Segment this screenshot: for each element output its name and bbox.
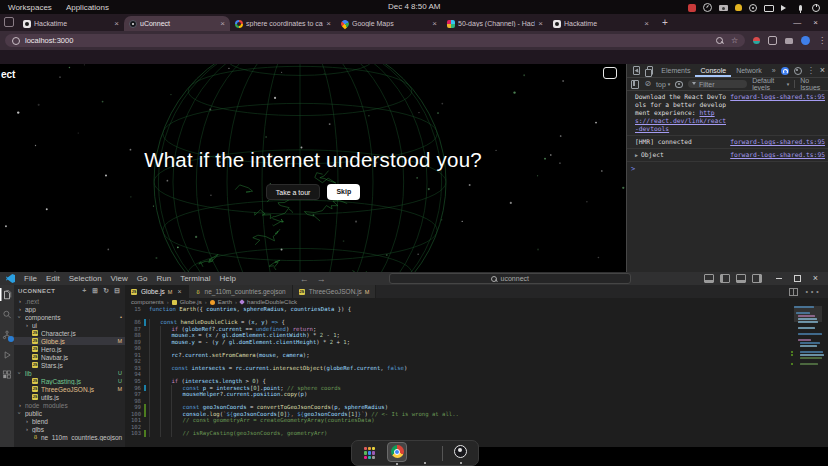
explorer-item-character-js[interactable]: JSCharacter.js [14,329,125,337]
editor-tab-ne-110m-countries-geojson[interactable]: {}ne_110m_countries.geojson [189,285,293,298]
browser-tab-sphere-coordinates-to-carte[interactable]: sphere coordinates to carte× [230,16,336,31]
devtools-update-icon[interactable] [781,67,789,75]
explorer-item-navbar-js[interactable]: JSNavbar.js [14,353,125,361]
source-control-icon[interactable] [0,328,14,341]
code-editor[interactable]: 15function Earth({ countries, sphereRadi… [125,306,794,447]
explorer-item-hero-js[interactable]: JSHero.js [14,345,125,353]
menu-selection[interactable]: Selection [65,274,106,283]
browser-app-icon[interactable] [4,17,14,27]
explorer-icon[interactable] [0,288,14,301]
browser-tab-hackatime[interactable]: Hackatime× [18,16,124,31]
explorer-item-ui[interactable]: ›ui [14,321,125,329]
explorer-item-globe-js[interactable]: JSGlobe.jsM [14,337,125,345]
console-source-link[interactable]: forward-logs-shared.ts:95 [730,138,825,146]
tab-close-icon[interactable]: × [220,20,225,28]
explorer-item-threegeojson-js[interactable]: JSThreeGeoJSON.jsM [14,385,125,393]
tab-close-icon[interactable]: × [114,20,119,28]
explorer-item-next[interactable]: ›.next [14,297,125,305]
explorer-item-glbs[interactable]: ›glbs [14,425,125,433]
extension-icon-1[interactable] [753,37,760,44]
skip-button[interactable]: Skip [327,184,360,200]
toggle-sidebar-icon[interactable] [720,274,730,283]
extensions-puzzle-icon[interactable] [768,36,777,45]
console-prompt[interactable]: > [627,162,828,173]
explorer-item-components[interactable]: ›components• [14,313,125,321]
topbar-menu-workspaces[interactable]: Workspaces [8,3,52,12]
menu-view[interactable]: View [107,274,132,283]
minimap[interactable] [794,306,822,436]
explorer-item-ne-110m-countries-geojson[interactable]: {}ne_110m_countries.geojson [14,433,125,441]
run-debug-icon[interactable] [0,348,14,361]
display-icon[interactable] [764,5,774,12]
clear-console-icon[interactable]: ⊘ [644,80,651,88]
gauge-icon[interactable] [703,3,712,12]
menu-terminal[interactable]: Terminal [176,274,214,283]
app-red-icon[interactable] [688,4,696,12]
breadcrumb-components[interactable]: components [131,299,164,305]
browser-menu-icon[interactable]: ⋮ [818,37,822,44]
devtools-tab-elements[interactable]: Elements [656,65,695,77]
editor-tab-threegeojson-js[interactable]: JSThreeGeoJSON.jsM [293,285,377,298]
devtools-settings-icon[interactable] [794,67,802,75]
zoom-icon[interactable] [716,37,723,44]
forward-arrow-icon[interactable]: → [317,274,326,284]
editor-tab-globe-js[interactable]: JSGlobe.jsM× [125,285,189,298]
menu-edit[interactable]: Edit [42,274,64,283]
explorer-item-lib[interactable]: ›libU [14,369,125,377]
more-tabs-icon[interactable]: » [767,65,781,77]
search-icon-activity[interactable] [0,308,14,321]
dock-app-obs[interactable] [452,443,470,464]
explorer-item-raycasting-js[interactable]: JSRayCasting.jsU [14,377,125,385]
dock-app-app-grid[interactable] [361,444,379,462]
explorer-item-node-modules[interactable]: ›node_modules [14,401,125,409]
menu-help[interactable]: Help [215,274,239,283]
split-editor-icon[interactable] [789,288,798,296]
new-tab-button[interactable]: + [662,17,668,28]
topbar-menu-applications[interactable]: Applications [66,3,109,12]
menu-file[interactable]: File [20,274,41,283]
extensions-icon[interactable] [0,368,14,381]
browser-minimize-button[interactable]: — [793,18,801,27]
toggle-panel-icon[interactable] [704,274,714,283]
new-file-icon[interactable]: + [81,287,88,295]
browser-tab-google-maps[interactable]: Google Maps× [336,16,442,31]
browser-tab-50-days-channel-hack-clu[interactable]: 50-days (Channel) - Hack Clu× [442,16,548,31]
issues-counter[interactable]: No Issues [800,77,825,91]
gear-icon[interactable] [749,4,757,12]
console-filter-input[interactable]: Filter [688,80,747,88]
vscode-maximize-button[interactable] [794,275,801,282]
browser-tab-uconnect[interactable]: uConnect× [124,16,230,31]
volume-icon[interactable] [781,5,789,11]
take-a-tour-button[interactable]: Take a tour [266,184,321,200]
breadcrumb-globe-js[interactable]: Globe.js [180,299,202,305]
collapse-folders-icon[interactable]: ⊟ [114,287,121,295]
devtools-tab-console[interactable]: Console [695,65,731,77]
site-info-icon[interactable] [12,37,20,45]
tab-close-icon[interactable]: × [432,20,437,28]
explorer-item-stars-js[interactable]: JSStars.js [14,361,125,369]
profile-avatar[interactable] [801,36,810,45]
camera-icon[interactable] [719,5,728,11]
new-folder-icon[interactable]: ⊞ [92,287,99,295]
vscode-minimize-button[interactable] [776,278,782,279]
devtools-close-icon[interactable]: × [820,66,825,75]
refresh-explorer-icon[interactable]: ↻ [103,287,110,295]
browser-tab-hackatime[interactable]: Hackatime× [548,16,654,31]
url-text[interactable]: localhost:3000 [25,36,73,45]
console-source-link[interactable]: forward-logs-shared.ts:95 [730,93,825,101]
dock-app-chrome[interactable] [387,442,407,465]
breadcrumb-handledoubleclick[interactable]: handleDoubleClick [247,299,297,305]
explorer-item-blend[interactable]: ›blend [14,417,125,425]
bookmark-star-icon[interactable]: ☆ [731,37,738,44]
address-bar[interactable]: localhost:3000 ☆ [5,34,745,47]
tab-close-icon[interactable]: × [538,20,543,28]
command-center-search[interactable]: uconnect [389,273,631,284]
close-tab-icon[interactable]: × [177,288,181,295]
tab-groups-icon[interactable] [785,38,793,44]
breadcrumb-earth[interactable]: Earth [218,299,232,305]
tab-close-icon[interactable]: × [644,20,649,28]
device-toolbar-icon[interactable] [647,66,653,75]
menu-go[interactable]: Go [133,274,152,283]
dock-app-vscode[interactable] [416,443,434,464]
console-sidebar-icon[interactable] [631,80,639,89]
